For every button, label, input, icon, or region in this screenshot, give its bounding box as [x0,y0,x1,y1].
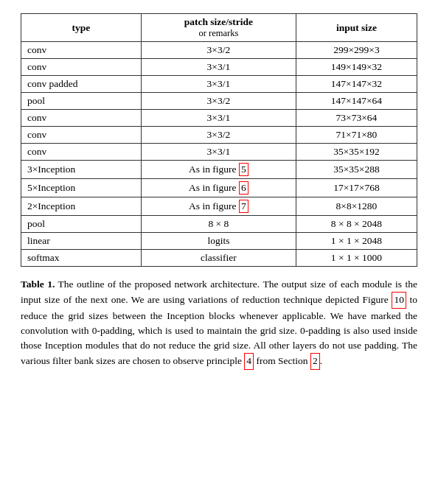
caption-link3[interactable]: 2 [310,353,320,369]
figure-link[interactable]: 5 [239,163,248,176]
cell-input-size: 17×17×768 [296,179,417,197]
cell-type: conv [21,127,142,144]
caption-link1[interactable]: 10 [392,292,406,308]
caption-label: Table 1. [21,279,55,290]
caption-text4: . [320,355,322,366]
cell-input-size: 35×35×192 [296,144,417,161]
table-row: conv3×3/2299×299×3 [21,42,417,59]
cell-input-size: 8×8×1280 [296,197,417,216]
table-row: conv3×3/271×71×80 [21,127,417,144]
col-patch-sub: or remarks [147,28,290,39]
cell-type: 2×Inception [21,197,142,216]
cell-patch: 3×3/2 [141,93,296,110]
table-row: 2×InceptionAs in figure 78×8×1280 [21,197,417,216]
cell-patch: 3×3/2 [141,127,296,144]
cell-patch: 3×3/1 [141,59,296,76]
cell-patch: logits [141,233,296,250]
cell-input-size: 35×35×288 [296,161,417,179]
table-row: conv3×3/1149×149×32 [21,59,417,76]
table-row: 3×InceptionAs in figure 535×35×288 [21,161,417,179]
cell-type: conv padded [21,76,142,93]
cell-patch: As in figure 7 [141,197,296,216]
cell-type: 5×Inception [21,179,142,197]
cell-type: linear [21,233,142,250]
cell-input-size: 1 × 1 × 2048 [296,233,417,250]
cell-patch: 3×3/2 [141,42,296,59]
col-patch-main: patch size/stride [147,16,290,28]
cell-patch: 8 × 8 [141,216,296,233]
table-caption: Table 1. The outline of the proposed net… [21,277,417,370]
cell-input-size: 299×299×3 [296,42,417,59]
caption-text3: from Section [254,355,310,366]
cell-patch: 3×3/1 [141,76,296,93]
cell-type: conv [21,144,142,161]
cell-input-size: 8 × 8 × 2048 [296,216,417,233]
figure-link[interactable]: 7 [239,200,248,213]
cell-type: pool [21,216,142,233]
figure-link[interactable]: 6 [239,181,248,195]
cell-type: conv [21,42,142,59]
table-row: softmaxclassifier1 × 1 × 1000 [21,250,417,267]
cell-type: 3×Inception [21,161,142,179]
table-row: pool3×3/2147×147×64 [21,93,417,110]
cell-input-size: 71×71×80 [296,127,417,144]
table-row: conv3×3/135×35×192 [21,144,417,161]
col-patch-header: patch size/stride or remarks [141,14,296,42]
col-type-header: type [21,14,142,42]
cell-input-size: 149×149×32 [296,59,417,76]
cell-type: conv [21,110,142,127]
cell-patch: 3×3/1 [141,144,296,161]
cell-patch: As in figure 5 [141,161,296,179]
cell-input-size: 147×147×64 [296,93,417,110]
col-input-header: input size [296,14,417,42]
cell-input-size: 147×147×32 [296,76,417,93]
table-row: conv padded3×3/1147×147×32 [21,76,417,93]
table-row: conv3×3/173×73×64 [21,110,417,127]
cell-type: conv [21,59,142,76]
cell-type: pool [21,93,142,110]
cell-patch: 3×3/1 [141,110,296,127]
cell-patch: classifier [141,250,296,267]
caption-link2[interactable]: 4 [244,353,254,369]
table-row: pool8 × 88 × 8 × 2048 [21,216,417,233]
cell-input-size: 73×73×64 [296,110,417,127]
architecture-table: type patch size/stride or remarks input … [21,13,417,267]
cell-patch: As in figure 6 [141,179,296,197]
caption-text1: The outline of the proposed network arch… [21,279,417,305]
table-row: 5×InceptionAs in figure 617×17×768 [21,179,417,197]
table-row: linearlogits1 × 1 × 2048 [21,233,417,250]
cell-input-size: 1 × 1 × 1000 [296,250,417,267]
cell-type: softmax [21,250,142,267]
